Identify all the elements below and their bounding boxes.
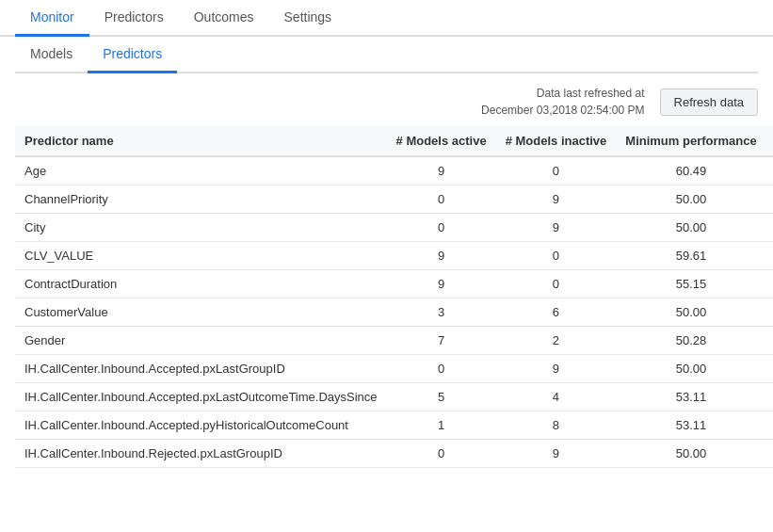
cell-modelsInactive: 0 <box>496 242 617 270</box>
table-row: City0950.0050.005 <box>15 214 773 242</box>
cell-minPerformance: 50.00 <box>616 440 765 468</box>
sub-tabs: Models Predictors <box>15 37 758 73</box>
cell-minPerformance: 50.28 <box>616 327 765 355</box>
cell-maxPerformance: 75.16 <box>766 242 773 270</box>
cell-modelsActive: 9 <box>387 270 496 298</box>
cell-predictorName: IH.CallCenter.Inbound.Accepted.pxLastOut… <box>15 383 387 411</box>
nav-outcomes[interactable]: Outcomes <box>179 0 269 37</box>
table-row: ContractDuration9055.1564.635 <box>15 270 773 298</box>
cell-predictorName: Age <box>15 156 387 185</box>
table-row: CustomerValue3650.0056.055 <box>15 298 773 327</box>
cell-predictorName: CustomerValue <box>15 298 387 327</box>
refresh-bar: Data last refreshed at December 03,2018 … <box>15 73 758 126</box>
cell-modelsActive: 1 <box>387 411 496 440</box>
cell-modelsInactive: 0 <box>496 270 617 298</box>
cell-modelsActive: 9 <box>387 242 496 270</box>
cell-minPerformance: 50.00 <box>616 298 765 327</box>
cell-modelsActive: 0 <box>387 214 496 242</box>
cell-modelsActive: 0 <box>387 185 496 214</box>
cell-predictorName: CLV_VALUE <box>15 242 387 270</box>
cell-maxPerformance: 50.00 <box>766 185 773 214</box>
cell-minPerformance: 60.49 <box>616 156 765 185</box>
nav-monitor[interactable]: Monitor <box>15 0 89 37</box>
cell-maxPerformance: 50.00 <box>766 214 773 242</box>
table-row: ChannelPriority0950.0050.005 <box>15 185 773 214</box>
cell-modelsInactive: 6 <box>496 298 617 327</box>
cell-modelsActive: 7 <box>387 327 496 355</box>
cell-modelsActive: 5 <box>387 383 496 411</box>
refresh-label: Data last refreshed at <box>481 85 644 102</box>
th-models-inactive: # Models inactive <box>496 126 617 156</box>
cell-modelsActive: 9 <box>387 156 496 185</box>
table-row: IH.CallCenter.Inbound.Accepted.pyHistori… <box>15 411 773 440</box>
table-row: Gender7250.2858.155 <box>15 327 773 355</box>
cell-modelsInactive: 0 <box>496 156 617 185</box>
cell-predictorName: IH.CallCenter.Inbound.Accepted.pxLastGro… <box>15 355 387 383</box>
cell-minPerformance: 53.11 <box>616 411 765 440</box>
cell-maxPerformance: 73.91 <box>766 383 773 411</box>
cell-maxPerformance: 73.73 <box>766 156 773 185</box>
cell-modelsInactive: 8 <box>496 411 617 440</box>
cell-modelsInactive: 9 <box>496 185 617 214</box>
cell-minPerformance: 53.11 <box>616 383 765 411</box>
cell-maxPerformance: 64.63 <box>766 270 773 298</box>
table-row: Age9060.4973.736 <box>15 156 773 185</box>
cell-modelsActive: 0 <box>387 355 496 383</box>
cell-minPerformance: 59.61 <box>616 242 765 270</box>
cell-predictorName: ChannelPriority <box>15 185 387 214</box>
cell-modelsInactive: 9 <box>496 214 617 242</box>
main-content: Models Predictors Data last refreshed at… <box>0 37 773 468</box>
cell-predictorName: IH.CallCenter.Inbound.Rejected.pxLastGro… <box>15 440 387 468</box>
refresh-info: Data last refreshed at December 03,2018 … <box>481 85 644 119</box>
th-predictor-name: Predictor name <box>15 126 387 156</box>
cell-predictorName: City <box>15 214 387 242</box>
nav-settings[interactable]: Settings <box>269 0 347 37</box>
table-row: CLV_VALUE9059.6175.166 <box>15 242 773 270</box>
cell-modelsInactive: 4 <box>496 383 617 411</box>
cell-minPerformance: 50.00 <box>616 185 765 214</box>
refresh-data-button[interactable]: Refresh data <box>660 89 758 116</box>
cell-modelsActive: 3 <box>387 298 496 327</box>
cell-maxPerformance: 66.49 <box>766 411 773 440</box>
predictors-table: Predictor name # Models active # Models … <box>15 126 773 468</box>
cell-predictorName: Gender <box>15 327 387 355</box>
cell-modelsActive: 0 <box>387 440 496 468</box>
table-row: IH.CallCenter.Inbound.Accepted.pxLastOut… <box>15 383 773 411</box>
th-min-performance: Minimum performance <box>616 126 765 156</box>
cell-minPerformance: 50.00 <box>616 355 765 383</box>
cell-maxPerformance: 58.15 <box>766 327 773 355</box>
table-header-row: Predictor name # Models active # Models … <box>15 126 773 156</box>
cell-minPerformance: 55.15 <box>616 270 765 298</box>
table-body: Age9060.4973.736ChannelPriority0950.0050… <box>15 156 773 468</box>
top-navigation: Monitor Predictors Outcomes Settings <box>0 0 773 37</box>
cell-maxPerformance: 50.00 <box>766 440 773 468</box>
refresh-timestamp: December 03,2018 02:54:00 PM <box>481 102 644 119</box>
nav-predictors[interactable]: Predictors <box>89 0 179 37</box>
cell-modelsInactive: 9 <box>496 355 617 383</box>
cell-modelsInactive: 9 <box>496 440 617 468</box>
cell-predictorName: ContractDuration <box>15 270 387 298</box>
cell-predictorName: IH.CallCenter.Inbound.Accepted.pyHistori… <box>15 411 387 440</box>
table-row: IH.CallCenter.Inbound.Rejected.pxLastGro… <box>15 440 773 468</box>
th-models-active: # Models active <box>387 126 496 156</box>
cell-minPerformance: 50.00 <box>616 214 765 242</box>
table-row: IH.CallCenter.Inbound.Accepted.pxLastGro… <box>15 355 773 383</box>
th-max-performance: Maximum performance <box>766 126 773 156</box>
cell-modelsInactive: 2 <box>496 327 617 355</box>
cell-maxPerformance: 50.00 <box>766 355 773 383</box>
cell-maxPerformance: 56.05 <box>766 298 773 327</box>
tab-predictors[interactable]: Predictors <box>88 37 177 73</box>
tab-models[interactable]: Models <box>15 37 88 73</box>
